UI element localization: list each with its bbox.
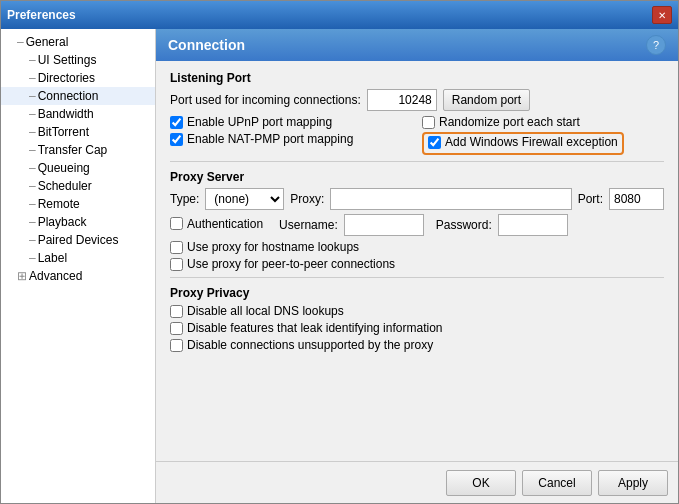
right-checkboxes: Randomize port each start Add Windows Fi… xyxy=(422,115,664,155)
listening-port-label: Listening Port xyxy=(170,71,664,85)
nat-label: Enable NAT-PMP port mapping xyxy=(187,132,353,146)
title-bar: Preferences ✕ xyxy=(1,1,678,29)
password-label: Password: xyxy=(436,218,492,232)
nat-checkbox[interactable] xyxy=(170,133,183,146)
proxy-type-row: Type: (none) HTTP SOCKS4 SOCKS5 Proxy: P… xyxy=(170,188,664,210)
firewall-checkbox[interactable] xyxy=(428,136,441,149)
proxy-port-label: Port: xyxy=(578,192,603,206)
upnp-label: Enable UPnP port mapping xyxy=(187,115,332,129)
hostname-label: Use proxy for hostname lookups xyxy=(187,240,359,254)
disable-dns-checkbox[interactable] xyxy=(170,305,183,318)
close-button[interactable]: ✕ xyxy=(652,6,672,24)
hostname-checkbox[interactable] xyxy=(170,241,183,254)
preferences-window: Preferences ✕ –General –UI Settings –Dir… xyxy=(0,0,679,504)
divider-1 xyxy=(170,161,664,162)
content-area: Listening Port Port used for incoming co… xyxy=(156,61,678,461)
proxy-privacy-label: Proxy Privacy xyxy=(170,286,664,300)
username-label: Username: xyxy=(279,218,338,232)
proxy-port-input[interactable] xyxy=(609,188,664,210)
sidebar-item-directories[interactable]: –Directories xyxy=(1,69,155,87)
disable-unsupported-label: Disable connections unsupported by the p… xyxy=(187,338,433,352)
port-input[interactable] xyxy=(367,89,437,111)
randomize-row: Randomize port each start xyxy=(422,115,664,129)
random-port-button[interactable]: Random port xyxy=(443,89,530,111)
disable-unsupported-checkbox[interactable] xyxy=(170,339,183,352)
disable-dns-row: Disable all local DNS lookups xyxy=(170,304,664,318)
sidebar-item-bittorrent[interactable]: –BitTorrent xyxy=(1,123,155,141)
help-button[interactable]: ? xyxy=(646,35,666,55)
sidebar-item-advanced[interactable]: ⊞Advanced xyxy=(1,267,155,285)
p2p-checkbox[interactable] xyxy=(170,258,183,271)
disable-leak-checkbox[interactable] xyxy=(170,322,183,335)
hostname-row: Use proxy for hostname lookups xyxy=(170,240,664,254)
disable-leak-label: Disable features that leak identifying i… xyxy=(187,321,442,335)
ok-button[interactable]: OK xyxy=(446,470,516,496)
sidebar-item-transfer-cap[interactable]: –Transfer Cap xyxy=(1,141,155,159)
type-label: Type: xyxy=(170,192,199,206)
disable-unsupported-row: Disable connections unsupported by the p… xyxy=(170,338,664,352)
sidebar-item-queueing[interactable]: –Queueing xyxy=(1,159,155,177)
sidebar-item-scheduler[interactable]: –Scheduler xyxy=(1,177,155,195)
auth-row: Authentication Username: Password: xyxy=(170,214,664,236)
firewall-label: Add Windows Firewall exception xyxy=(445,135,618,149)
auth-checkbox-row: Authentication xyxy=(170,217,263,231)
proxy-server-label: Proxy Server xyxy=(170,170,664,184)
sidebar-item-remote[interactable]: –Remote xyxy=(1,195,155,213)
firewall-row: Add Windows Firewall exception xyxy=(428,135,618,149)
auth-label: Authentication xyxy=(187,217,263,231)
main-panel: Connection ? Listening Port Port used fo… xyxy=(156,29,678,503)
divider-2 xyxy=(170,277,664,278)
firewall-highlighted-box: Add Windows Firewall exception xyxy=(422,132,624,155)
sidebar-item-general[interactable]: –General xyxy=(1,33,155,51)
sidebar-item-paired-devices[interactable]: –Paired Devices xyxy=(1,231,155,249)
window-title: Preferences xyxy=(7,8,76,22)
randomize-label: Randomize port each start xyxy=(439,115,580,129)
port-row: Port used for incoming connections: Rand… xyxy=(170,89,664,111)
sidebar-item-playback[interactable]: –Playback xyxy=(1,213,155,231)
footer: OK Cancel Apply xyxy=(156,461,678,503)
cancel-button[interactable]: Cancel xyxy=(522,470,592,496)
section-header: Connection ? xyxy=(156,29,678,61)
title-bar-controls: ✕ xyxy=(652,6,672,24)
p2p-row: Use proxy for peer-to-peer connections xyxy=(170,257,664,271)
section-title: Connection xyxy=(168,37,245,53)
left-checkboxes: Enable UPnP port mapping Enable NAT-PMP … xyxy=(170,115,412,155)
apply-button[interactable]: Apply xyxy=(598,470,668,496)
sidebar-item-connection[interactable]: –Connection xyxy=(1,87,155,105)
sidebar-item-ui-settings[interactable]: –UI Settings xyxy=(1,51,155,69)
username-input[interactable] xyxy=(344,214,424,236)
proxy-address-input[interactable] xyxy=(330,188,571,210)
p2p-label: Use proxy for peer-to-peer connections xyxy=(187,257,395,271)
auth-checkbox[interactable] xyxy=(170,217,183,230)
disable-dns-label: Disable all local DNS lookups xyxy=(187,304,344,318)
upnp-checkbox[interactable] xyxy=(170,116,183,129)
proxy-addr-label: Proxy: xyxy=(290,192,324,206)
disable-leak-row: Disable features that leak identifying i… xyxy=(170,321,664,335)
proxy-type-select[interactable]: (none) HTTP SOCKS4 SOCKS5 xyxy=(205,188,284,210)
randomize-checkbox[interactable] xyxy=(422,116,435,129)
sidebar-item-bandwidth[interactable]: –Bandwidth xyxy=(1,105,155,123)
nat-row: Enable NAT-PMP port mapping xyxy=(170,132,412,146)
window-body: –General –UI Settings –Directories –Conn… xyxy=(1,29,678,503)
checkbox-two-col: Enable UPnP port mapping Enable NAT-PMP … xyxy=(170,115,664,155)
sidebar: –General –UI Settings –Directories –Conn… xyxy=(1,29,156,503)
password-input[interactable] xyxy=(498,214,568,236)
port-used-label: Port used for incoming connections: xyxy=(170,93,361,107)
sidebar-item-label[interactable]: –Label xyxy=(1,249,155,267)
upnp-row: Enable UPnP port mapping xyxy=(170,115,412,129)
